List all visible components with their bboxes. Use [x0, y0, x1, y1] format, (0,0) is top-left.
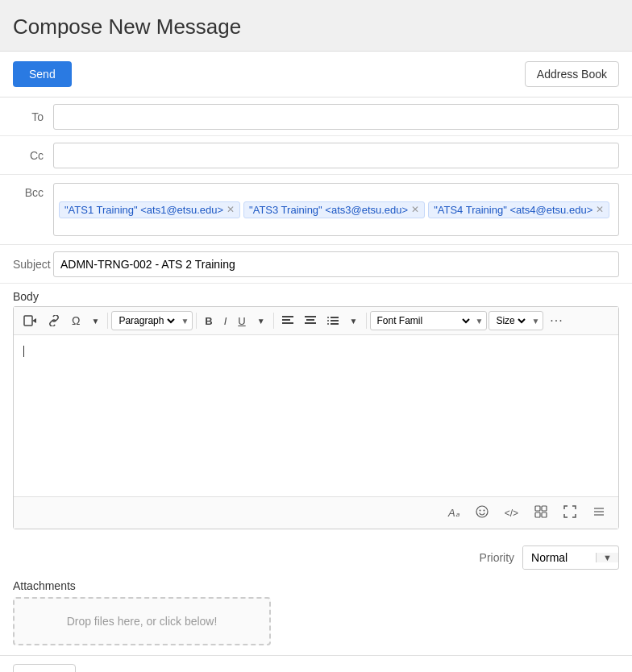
body-label: Body: [13, 290, 39, 303]
bcc-tag-3: "ATS4 Training" <ats4@etsu.edu> ✕: [428, 201, 609, 218]
list-button[interactable]: [322, 313, 343, 329]
editor-wrapper: Ω ▼ Paragraph Heading 1 Heading 2 Headin…: [13, 306, 619, 529]
font-family-select[interactable]: Font Famil Arial Times New Roman Courier…: [374, 314, 472, 327]
font-family-dropdown[interactable]: Font Famil Arial Times New Roman Courier…: [370, 311, 488, 330]
bcc-tag-3-remove[interactable]: ✕: [596, 205, 604, 214]
find-button[interactable]: [530, 502, 552, 524]
svg-rect-19: [535, 512, 540, 517]
to-row: To: [0, 97, 632, 136]
bcc-field[interactable]: "ATS1 Training" <ats1@etsu.edu> ✕ "ATS3 …: [53, 183, 619, 236]
paragraph-select[interactable]: Paragraph Heading 1 Heading 2 Heading 3: [115, 314, 177, 327]
font-family-arrow: ▼: [476, 317, 484, 326]
svg-rect-17: [535, 506, 540, 511]
priority-select[interactable]: Normal High Low: [523, 546, 596, 569]
insert-dropdown-button[interactable]: ▼: [86, 313, 104, 329]
priority-select-wrapper: Normal High Low ▼: [522, 545, 619, 570]
cc-input[interactable]: [53, 143, 619, 168]
bcc-tag-2-label: "ATS3 Training" <ats3@etsu.edu>: [249, 204, 408, 216]
page-header: Compose New Message: [0, 0, 632, 52]
page-title: Compose New Message: [13, 15, 619, 39]
font-size-arrow: ▼: [531, 317, 539, 326]
svg-rect-0: [24, 316, 32, 326]
svg-rect-4: [282, 322, 293, 324]
bcc-tag-3-label: "ATS4 Training" <ats4@etsu.edu>: [434, 204, 592, 216]
fullscreen-button[interactable]: [559, 502, 581, 524]
emoji-button[interactable]: [471, 502, 493, 524]
priority-dropdown-arrow: ▼: [596, 553, 618, 562]
drop-zone[interactable]: Drop files here, or click below!: [13, 597, 271, 645]
compose-form: To Cc Bcc "ATS1 Training" <ats1@etsu.edu…: [0, 97, 632, 284]
subject-input[interactable]: [53, 251, 619, 277]
svg-rect-7: [305, 322, 316, 324]
svg-point-14: [476, 506, 488, 517]
font-size-dropdown[interactable]: Size 10 12 14 16 18 ▼: [489, 311, 543, 330]
italic-button[interactable]: I: [219, 312, 232, 330]
cc-row: Cc: [0, 136, 632, 175]
svg-rect-2: [282, 316, 293, 317]
subject-label: Subject: [13, 258, 53, 271]
list-dropdown-button[interactable]: ▼: [345, 313, 363, 329]
svg-rect-9: [331, 317, 339, 318]
paragraph-arrow: ▼: [181, 317, 189, 326]
bcc-row: Bcc "ATS1 Training" <ats1@etsu.edu> ✕ "A…: [0, 175, 632, 245]
strikethrough-button[interactable]: [588, 503, 610, 523]
video-icon-button[interactable]: [19, 312, 41, 330]
attachments-section: Attachments Drop files here, or click be…: [0, 576, 632, 655]
sep-4: [366, 313, 367, 329]
attachments-label: Attachments: [13, 579, 619, 592]
svg-rect-20: [542, 512, 547, 517]
address-book-button[interactable]: Address Book: [525, 61, 619, 87]
underline-button[interactable]: U: [233, 312, 250, 330]
bold-button[interactable]: B: [200, 312, 217, 330]
editor-bottom-toolbar: Aₐ </>: [14, 496, 618, 529]
cancel-button[interactable]: Cancel: [13, 664, 76, 672]
bcc-tag-1: "ATS1 Training" <ats1@etsu.edu> ✕: [59, 201, 240, 218]
bcc-tag-1-label: "ATS1 Training" <ats1@etsu.edu>: [64, 204, 223, 216]
spellcheck-button[interactable]: Aₐ: [443, 504, 464, 522]
sep-1: [107, 313, 108, 329]
svg-rect-11: [331, 320, 339, 321]
font-size-select[interactable]: Size 10 12 14 16 18: [493, 314, 528, 327]
footer-bar: Cancel: [0, 655, 632, 672]
svg-rect-3: [282, 319, 290, 321]
code-button[interactable]: </>: [500, 504, 523, 522]
svg-point-15: [479, 510, 480, 512]
paragraph-dropdown[interactable]: Paragraph Heading 1 Heading 2 Heading 3 …: [111, 311, 193, 330]
svg-rect-13: [331, 323, 339, 325]
svg-point-10: [327, 320, 329, 321]
svg-point-8: [327, 317, 329, 318]
link-icon-button[interactable]: [43, 312, 65, 330]
to-input[interactable]: [53, 104, 619, 130]
sep-3: [273, 313, 274, 329]
body-label-row: Body: [0, 284, 632, 306]
omega-icon-button[interactable]: Ω: [67, 311, 85, 330]
send-button[interactable]: Send: [13, 61, 72, 87]
editor-toolbar: Ω ▼ Paragraph Heading 1 Heading 2 Headin…: [14, 307, 618, 335]
svg-rect-5: [305, 316, 316, 317]
more-options-button[interactable]: ···: [545, 310, 568, 331]
text-format-dropdown-button[interactable]: ▼: [252, 313, 270, 329]
bcc-label: Bcc: [13, 183, 53, 199]
bcc-tag-2: "ATS3 Training" <ats3@etsu.edu> ✕: [243, 201, 425, 218]
to-label: To: [13, 110, 53, 123]
bcc-tag-1-remove[interactable]: ✕: [227, 205, 235, 214]
priority-label: Priority: [480, 551, 515, 564]
drop-zone-text: Drop files here, or click below!: [67, 615, 218, 628]
svg-point-12: [327, 323, 329, 325]
editor-content[interactable]: [14, 335, 618, 496]
align-center-button[interactable]: [300, 313, 321, 329]
svg-point-16: [483, 510, 484, 512]
align-left-button[interactable]: [277, 313, 298, 329]
subject-row: Subject: [0, 245, 632, 284]
sep-2: [196, 313, 197, 329]
svg-rect-6: [306, 319, 314, 321]
priority-row: Priority Normal High Low ▼: [0, 539, 632, 576]
bcc-tag-2-remove[interactable]: ✕: [411, 205, 419, 214]
compose-toolbar: Send Address Book: [0, 52, 632, 97]
cc-label: Cc: [13, 149, 53, 162]
svg-rect-18: [542, 506, 547, 511]
